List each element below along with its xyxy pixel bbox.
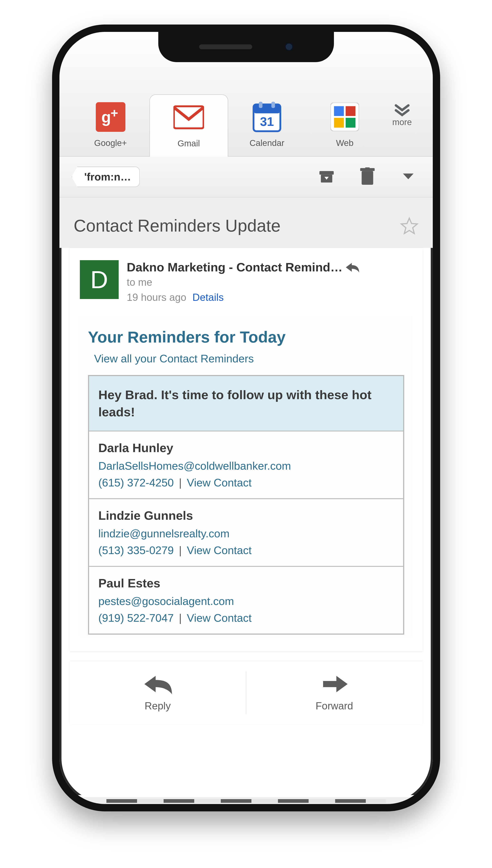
more-actions-button[interactable] [396,173,420,181]
lead-email-link[interactable]: DarlaSellsHomes@coldwellbanker.com [98,460,291,472]
svg-rect-16 [362,171,373,185]
pipe-separator: | [177,612,184,624]
more-label: more [384,117,420,127]
email-subject: Contact Reminders Update [74,216,280,236]
recipient-line: to me [127,276,412,288]
svg-rect-18 [365,167,369,169]
delete-button[interactable] [355,167,380,186]
reply-arrow-icon[interactable] [345,261,360,273]
action-bar: 'from:n… [59,157,433,197]
svg-text:+: + [110,105,118,120]
gmail-icon [172,101,205,134]
forward-icon [319,674,350,696]
lead-phone-link[interactable]: (513) 335-0279 [98,544,174,556]
calendar-icon: 31 [251,100,283,133]
tab-google-plus[interactable]: g+ Google+ [72,100,149,156]
forward-button[interactable]: Forward [246,661,423,725]
reminders-heading: Your Reminders for Today [88,328,404,347]
lead-row: Darla Hunley DarlaSellsHomes@coldwellban… [89,431,403,499]
google-web-icon [328,100,361,133]
lead-email-link[interactable]: pestes@gosocialagent.com [98,595,234,607]
lead-name: Paul Estes [98,576,394,590]
lead-name: Lindzie Gunnels [98,509,394,523]
svg-text:g: g [101,108,111,126]
reply-label: Reply [145,700,171,712]
archive-button[interactable] [314,168,339,185]
view-contact-link[interactable]: View Contact [187,544,252,556]
sender-name: Dakno Marketing - Contact Remind… [127,260,343,274]
email-body: Your Reminders for Today View all your C… [80,315,412,637]
tab-gmail[interactable]: Gmail [149,94,228,157]
forward-label: Forward [316,700,353,712]
pipe-separator: | [177,544,184,556]
search-filter-chip[interactable]: 'from:n… [72,167,140,187]
trash-icon [360,167,375,186]
device-notch [158,31,334,62]
svg-rect-7 [271,102,275,108]
archive-icon [318,168,335,185]
svg-rect-12 [334,118,344,127]
more-apps-button[interactable]: more [384,104,420,127]
svg-rect-5 [253,104,280,113]
star-icon[interactable] [400,217,418,235]
lead-row: Lindzie Gunnels lindzie@gunnelsrealty.co… [89,499,403,567]
svg-rect-11 [346,106,355,116]
followup-banner: Hey Brad. It's time to follow up with th… [89,376,403,431]
bottom-edge [70,795,423,804]
tab-web[interactable]: Web [306,100,384,156]
avatar: D [80,260,119,299]
svg-rect-14 [319,171,334,175]
details-link[interactable]: Details [192,292,224,303]
tab-label: Calendar [228,138,306,148]
pipe-separator: | [177,476,184,489]
view-all-reminders-link[interactable]: View all your Contact Reminders [94,352,404,365]
svg-rect-6 [259,102,263,108]
tab-label: Gmail [150,139,228,148]
caret-down-icon [402,173,414,181]
google-plus-icon: g+ [94,100,127,133]
tab-calendar[interactable]: 31 Calendar [228,100,306,156]
view-contact-link[interactable]: View Contact [187,612,252,624]
svg-rect-10 [334,106,344,116]
reply-button[interactable]: Reply [70,661,246,725]
tab-label: Google+ [72,138,149,148]
svg-text:31: 31 [260,115,274,128]
chevron-down-stack-icon [384,104,420,118]
lead-row: Paul Estes pestes@gosocialagent.com (919… [89,567,403,634]
email-header: D Dakno Marketing - Contact Remind… to m… [70,260,423,303]
email-card: D Dakno Marketing - Contact Remind… to m… [70,248,423,651]
lead-phone-link[interactable]: (919) 522-7047 [98,612,174,624]
tab-label: Web [306,138,384,148]
email-timestamp: 19 hours ago [127,292,187,303]
lead-email-link[interactable]: lindzie@gunnelsrealty.com [98,527,229,540]
view-contact-link[interactable]: View Contact [187,476,252,489]
reply-icon [142,674,173,696]
leads-table: Hey Brad. It's time to follow up with th… [88,375,404,635]
lead-phone-link[interactable]: (615) 372-4250 [98,476,174,489]
svg-rect-13 [346,118,355,127]
email-subject-row: Contact Reminders Update [59,197,433,248]
reply-forward-bar: Reply Forward [70,661,423,725]
lead-name: Darla Hunley [98,441,394,455]
